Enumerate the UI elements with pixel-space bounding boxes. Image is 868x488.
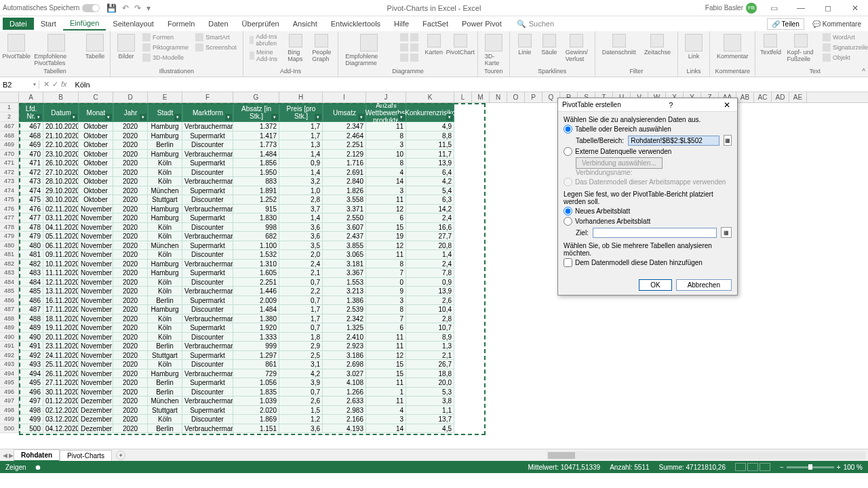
cell[interactable]: 1,7	[279, 314, 323, 324]
cell[interactable]: 3.558	[323, 195, 366, 205]
timeline-button[interactable]: Zeitachse	[642, 33, 673, 57]
cell[interactable]: Berlin	[148, 388, 182, 397]
table-row[interactable]: 50004.12.2020Dezember2020BerlinVerbrauch…	[19, 424, 454, 434]
cell[interactable]: 5,4	[406, 186, 454, 196]
cell[interactable]: 3.367	[323, 268, 366, 278]
cell[interactable]: Supermarkt	[182, 406, 233, 415]
cell[interactable]: 3	[366, 186, 406, 196]
cell[interactable]: 22.10.2020	[43, 140, 79, 150]
cell[interactable]: 13,9	[406, 287, 454, 296]
3dmap-button[interactable]: 3D- Karte	[482, 33, 505, 68]
table-row[interactable]: 48006.11.2020November2020MünchenSupermar…	[19, 241, 454, 251]
cell[interactable]: 2,4	[279, 260, 323, 269]
cell[interactable]: 494	[19, 369, 43, 379]
enter-formula-icon[interactable]: ✓	[52, 80, 58, 89]
cell[interactable]: November	[79, 296, 113, 306]
cell[interactable]: München	[148, 186, 182, 196]
cell[interactable]: 2,1	[406, 351, 454, 361]
slicer-button[interactable]: Datenschnitt	[599, 33, 639, 57]
cell[interactable]: 1.446	[233, 287, 279, 296]
cell[interactable]: 1.484	[233, 150, 279, 159]
cell[interactable]: 12	[366, 351, 406, 361]
chart-type-icon[interactable]	[398, 53, 420, 62]
signature-button[interactable]: Signaturzeile	[821, 43, 868, 52]
table-row[interactable]: 49224.11.2020November2020StuttgartSuperm…	[19, 351, 454, 361]
table-row[interactable]: 49903.12.2020Dezember2020KölnDiscounter1…	[19, 415, 454, 424]
cell[interactable]: 2,4	[406, 260, 454, 269]
page-break-view-icon[interactable]	[760, 463, 770, 471]
cell[interactable]: 2020	[113, 305, 148, 314]
table-row[interactable]: 47703.11.2020November2020HamburgSupermar…	[19, 214, 454, 223]
pivotchart-button[interactable]: PivotChart	[448, 33, 473, 57]
cell[interactable]: 3,7	[279, 205, 323, 214]
cell[interactable]: Supermarkt	[182, 186, 233, 196]
cell[interactable]: 2.342	[323, 314, 366, 324]
cell[interactable]: 2.437	[323, 232, 366, 241]
cell[interactable]: 496	[19, 388, 43, 397]
cell[interactable]: Verbrauchermarkt	[182, 122, 233, 131]
cell[interactable]: 1.826	[323, 186, 366, 196]
cell[interactable]: Dezember	[79, 406, 113, 415]
cell[interactable]: Hamburg	[148, 268, 182, 278]
cell[interactable]: 03.11.2020	[43, 214, 79, 223]
tab-hilfe[interactable]: Hilfe	[387, 18, 416, 30]
table-row[interactable]: 48412.11.2020November2020KölnDiscounter2…	[19, 278, 454, 287]
table-header-cell[interactable]: Marktform▾	[182, 103, 233, 122]
cell[interactable]: 2.020	[233, 406, 279, 415]
cell[interactable]: Hamburg	[148, 205, 182, 214]
table-row[interactable]: 48109.11.2020November2020KölnDiscounter1…	[19, 250, 454, 260]
cell[interactable]: München	[148, 396, 182, 406]
cell[interactable]: 30.11.2020	[43, 388, 79, 397]
cell[interactable]: 492	[19, 351, 43, 361]
cell[interactable]: 479	[19, 232, 43, 241]
cell[interactable]: Hamburg	[148, 214, 182, 223]
cell[interactable]: 28.10.2020	[43, 177, 79, 186]
cell[interactable]: November	[79, 314, 113, 324]
cell[interactable]: November	[79, 205, 113, 214]
cell[interactable]: 15	[366, 369, 406, 379]
table-header-cell[interactable]: Absatz [in Stk.]▾	[233, 103, 279, 122]
cell[interactable]: Oktober	[79, 122, 113, 131]
cell[interactable]: 999	[233, 342, 279, 351]
cell[interactable]: Köln	[148, 323, 182, 333]
table-row[interactable]: 48513.11.2020November2020KölnVerbraucher…	[19, 287, 454, 296]
cell[interactable]: 2020	[113, 268, 148, 278]
cell[interactable]: 2020	[113, 250, 148, 260]
table-row[interactable]: 48210.11.2020November2020HamburgVerbrauc…	[19, 260, 454, 269]
row-header[interactable]: 474	[0, 186, 19, 196]
sparkline-line-button[interactable]: Linie	[514, 33, 536, 57]
cell[interactable]: 473	[19, 177, 43, 186]
cell[interactable]: 3,9	[279, 378, 323, 388]
cell[interactable]: 14	[366, 177, 406, 186]
cell[interactable]: 27.11.2020	[43, 378, 79, 388]
cell[interactable]: 6,3	[406, 195, 454, 205]
cell[interactable]: 1.297	[233, 351, 279, 361]
cell[interactable]: 1.372	[233, 122, 279, 131]
cell[interactable]: Oktober	[79, 195, 113, 205]
cell[interactable]: 11	[366, 378, 406, 388]
my-addins-button[interactable]: Meine Add-Ins	[248, 48, 283, 63]
cell[interactable]: 30.10.2020	[43, 195, 79, 205]
cell[interactable]: 3,6	[279, 424, 323, 434]
cell[interactable]: Discounter	[182, 278, 233, 287]
cell[interactable]: 1.856	[233, 159, 279, 168]
cell[interactable]: November	[79, 378, 113, 388]
cell[interactable]: 1.151	[233, 424, 279, 434]
tab-ueberpruefen[interactable]: Überprüfen	[235, 18, 286, 30]
cell[interactable]: 15	[366, 360, 406, 369]
cell[interactable]: 0,9	[406, 278, 454, 287]
cell[interactable]: 1,5	[279, 406, 323, 415]
column-header[interactable]: L	[454, 92, 472, 102]
cell[interactable]: 2020	[113, 378, 148, 388]
table-row[interactable]: 49020.11.2020November2020KölnDiscounter1…	[19, 333, 454, 342]
cell[interactable]: 2,2	[279, 287, 323, 296]
page-layout-view-icon[interactable]	[747, 463, 758, 471]
cell[interactable]: 3.855	[323, 241, 366, 251]
sheet-nav-next-icon[interactable]: ▶	[9, 452, 14, 459]
cell[interactable]: November	[79, 360, 113, 369]
cell[interactable]: 1.716	[323, 159, 366, 168]
tab-formeln[interactable]: Formeln	[161, 18, 201, 30]
cell[interactable]: 469	[19, 140, 43, 150]
pivottable-button[interactable]: PivotTable	[4, 33, 28, 61]
cell[interactable]: 11	[366, 342, 406, 351]
